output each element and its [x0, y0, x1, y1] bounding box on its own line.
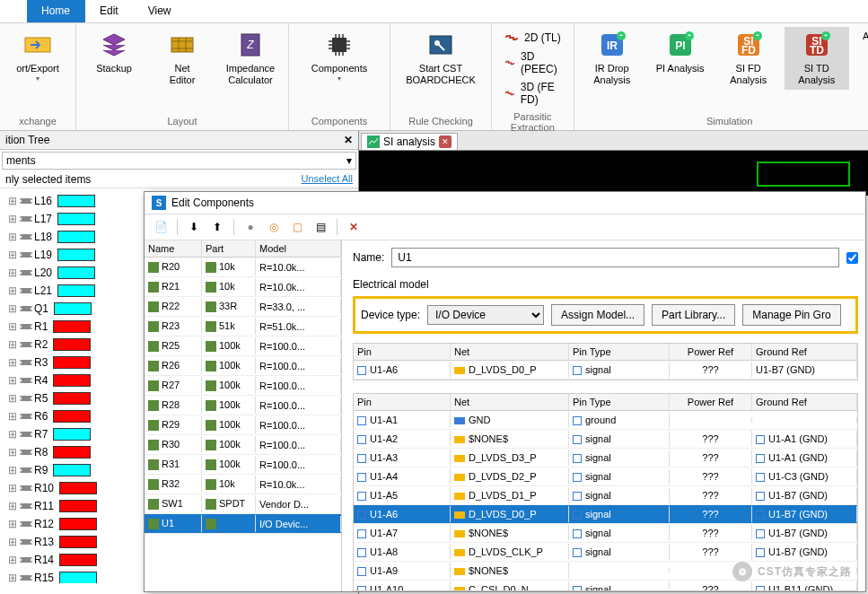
- color-swatch[interactable]: [53, 446, 91, 459]
- pin-row[interactable]: U1-A2 $NONE$ signal ??? U1-A1 (GND): [354, 430, 857, 449]
- unselect-all-link[interactable]: Unselect All: [302, 173, 353, 186]
- component-row[interactable]: SW1SPDTVendor D...: [145, 494, 341, 514]
- dialog-titlebar[interactable]: S Edit Components: [145, 192, 865, 214]
- color-swatch[interactable]: [57, 195, 95, 207]
- component-row[interactable]: R27100kR=100.0...: [145, 376, 341, 396]
- expand-icon[interactable]: ⊞: [7, 374, 18, 387]
- component-row[interactable]: R28100kR=100.0...: [145, 396, 341, 415]
- pin-row[interactable]: U1-A9 $NONE$: [354, 562, 857, 581]
- new-button[interactable]: 📄: [152, 218, 170, 236]
- stackup-button[interactable]: Stackup: [82, 27, 146, 78]
- expand-icon[interactable]: ⊞: [7, 266, 18, 279]
- si-fd-button[interactable]: SIFD SI FD Analysis: [716, 27, 781, 90]
- ir-drop-button[interactable]: IR IR Drop Analysis: [580, 27, 644, 90]
- si-td-button[interactable]: SITD SI TD Analysis: [785, 27, 849, 90]
- expand-icon[interactable]: ⊞: [7, 338, 18, 351]
- color-swatch[interactable]: [57, 266, 95, 279]
- expand-icon[interactable]: ⊞: [7, 554, 18, 566]
- expand-icon[interactable]: ⊞: [7, 446, 18, 459]
- pi-analysis-button[interactable]: PI PI Analysis: [648, 27, 713, 78]
- assign-model-button[interactable]: Assign Model...: [551, 304, 644, 326]
- expand-icon[interactable]: ⊞: [7, 284, 18, 297]
- color-swatch[interactable]: [53, 374, 91, 387]
- close-tab-icon[interactable]: ✕: [439, 135, 452, 148]
- color-swatch[interactable]: [57, 284, 95, 297]
- col-net[interactable]: Net: [451, 344, 569, 360]
- pin-row[interactable]: U1-A6 D_LVDS_D0_P signal ??? U1-B7 (GND): [354, 505, 857, 524]
- expand-icon[interactable]: ⊞: [7, 482, 18, 494]
- col-pintype[interactable]: Pin Type: [569, 344, 670, 360]
- select-button[interactable]: ▢: [288, 218, 306, 236]
- component-row[interactable]: R30100kR=100.0...: [145, 435, 341, 455]
- color-swatch[interactable]: [59, 518, 97, 530]
- doc-tab-si-analysis[interactable]: SI analysis ✕: [361, 133, 458, 150]
- tab-view[interactable]: View: [134, 0, 187, 22]
- expand-icon[interactable]: ⊞: [7, 302, 18, 315]
- color-swatch[interactable]: [53, 392, 91, 405]
- import-export-button[interactable]: ort/Export▾: [5, 27, 70, 86]
- expand-icon[interactable]: ⊞: [7, 356, 18, 369]
- target-button[interactable]: ◎: [265, 218, 283, 236]
- color-swatch[interactable]: [53, 410, 91, 423]
- col-pin[interactable]: Pin: [354, 344, 451, 360]
- net-editor-button[interactable]: Net Editor: [150, 27, 215, 90]
- component-row[interactable]: R29100kR=100.0...: [145, 415, 341, 435]
- tab-edit[interactable]: Edit: [85, 0, 134, 22]
- expand-icon[interactable]: ⊞: [7, 249, 18, 261]
- expand-icon[interactable]: ⊞: [7, 500, 18, 512]
- color-swatch[interactable]: [59, 554, 97, 566]
- component-row[interactable]: R31100kR=100.0...: [145, 455, 341, 475]
- pin-row[interactable]: U1-A1 GND ground: [354, 411, 857, 430]
- import-button[interactable]: ⬇: [185, 218, 203, 236]
- component-row[interactable]: R2351kR=51.0k...: [145, 317, 341, 336]
- sim-a-button[interactable]: A: [853, 27, 868, 46]
- color-swatch[interactable]: [57, 213, 95, 225]
- color-swatch[interactable]: [59, 572, 97, 583]
- component-row[interactable]: R3210kR=10.0k...: [145, 475, 341, 494]
- components-button[interactable]: Components▾: [294, 27, 384, 86]
- component-row[interactable]: R2110kR=10.0k...: [145, 277, 341, 297]
- canvas[interactable]: [359, 151, 868, 196]
- expand-icon[interactable]: ⊞: [7, 464, 18, 476]
- part-library-button[interactable]: Part Library...: [652, 304, 735, 326]
- pin-row[interactable]: U1-A7 $NONE$ signal ??? U1-B7 (GND): [354, 524, 857, 543]
- component-row[interactable]: R2233RR=33.0, ...: [145, 297, 341, 317]
- pin-row[interactable]: U1-A3 D_LVDS_D3_P signal ??? U1-A1 (GND): [354, 449, 857, 467]
- color-swatch[interactable]: [54, 302, 92, 315]
- record-button[interactable]: ●: [241, 218, 259, 236]
- nav-close-icon[interactable]: ✕: [344, 134, 353, 146]
- col-powerref[interactable]: Power Ref: [670, 344, 752, 360]
- expand-icon[interactable]: ⊞: [7, 231, 18, 243]
- parasitic-2d-button[interactable]: 2D (TL): [501, 29, 565, 47]
- col-model[interactable]: Model: [256, 240, 341, 257]
- component-row[interactable]: U1I/O Devic...: [145, 514, 341, 534]
- export-button[interactable]: ⬆: [208, 218, 226, 236]
- parasitic-3d-fefd-button[interactable]: 3D (FE FD): [501, 79, 565, 108]
- parasitic-3d-peec-button[interactable]: 3D (PEEC): [501, 48, 565, 77]
- pin-row[interactable]: U1-A6 D_LVDS_D0_P signal ??? U1-B7 (GND): [354, 361, 857, 380]
- expand-icon[interactable]: ⊞: [7, 195, 18, 207]
- color-swatch[interactable]: [57, 231, 95, 243]
- expand-icon[interactable]: ⊞: [7, 410, 18, 423]
- pin-row[interactable]: U1-A10 C_CSI_D0_N signal ??? U1-B11 (GND…: [354, 581, 857, 591]
- color-swatch[interactable]: [53, 428, 91, 441]
- delete-button[interactable]: ✕: [345, 218, 363, 236]
- component-row[interactable]: R2010kR=10.0k...: [145, 258, 341, 277]
- expand-icon[interactable]: ⊞: [7, 428, 18, 441]
- color-swatch[interactable]: [59, 536, 97, 548]
- color-swatch[interactable]: [59, 482, 97, 494]
- device-type-select[interactable]: I/O Device: [427, 305, 544, 325]
- expand-icon[interactable]: ⊞: [7, 213, 18, 225]
- expand-icon[interactable]: ⊞: [7, 572, 18, 583]
- color-swatch[interactable]: [59, 500, 97, 512]
- component-row[interactable]: R25100kR=100.0...: [145, 336, 341, 356]
- boardcheck-button[interactable]: Start CST BOARDCHECK: [396, 27, 486, 90]
- color-swatch[interactable]: [53, 464, 91, 476]
- color-swatch[interactable]: [53, 338, 91, 351]
- col-groundref[interactable]: Ground Ref: [752, 344, 857, 360]
- color-swatch[interactable]: [53, 356, 91, 369]
- component-row[interactable]: R26100kR=100.0...: [145, 356, 341, 376]
- impedance-calc-button[interactable]: Z Impedance Calculator: [218, 27, 283, 90]
- expand-icon[interactable]: ⊞: [7, 320, 18, 333]
- col-name[interactable]: Name: [145, 240, 202, 257]
